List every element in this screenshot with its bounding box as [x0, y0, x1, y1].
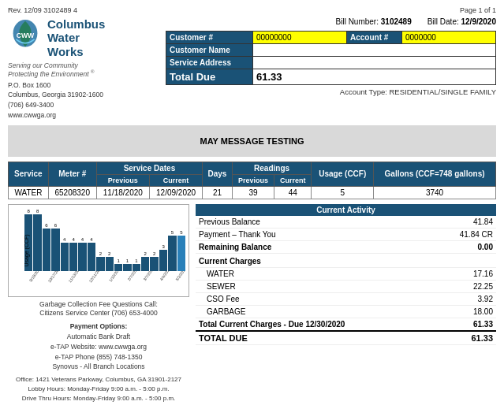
- remaining-balance-row: Remaining Balance 0.00: [196, 240, 496, 253]
- company-name: Columbus Water Works: [47, 17, 105, 58]
- account-value: 0000000: [402, 32, 496, 44]
- chart-x-labels: 9/19/201810/17/201811/13/201812/11/20181…: [24, 271, 185, 295]
- chart-wrapper: Usage (CCF) 886644442211122355 9/19/2018…: [8, 204, 189, 297]
- bar-rect: [33, 214, 41, 271]
- remaining-balance-value: 0.00: [434, 240, 496, 253]
- total-due-label: Total Due: [166, 69, 253, 85]
- col-days: Days: [203, 162, 232, 186]
- total-due-final-label: TOTAL DUE: [196, 331, 434, 345]
- activity-table: Previous Balance 41.84 Payment – Thank Y…: [196, 216, 496, 345]
- content-lower: Usage (CCF) 886644442211122355 9/19/2018…: [8, 204, 496, 404]
- bar-column: 5: [168, 230, 176, 271]
- bar-value-label: 1: [126, 258, 129, 263]
- bill-date-info: Bill Date: 12/9/2020: [427, 17, 496, 26]
- bar-column: 4: [61, 237, 69, 271]
- payment-value: 41.84 CR: [434, 228, 496, 240]
- meter-number: 65208320: [48, 186, 96, 199]
- bar-value-label: 4: [63, 237, 65, 242]
- bar-value-label: 6: [54, 223, 57, 228]
- logo-section: CWW Columbus Water Works Serving our Com…: [8, 17, 150, 121]
- prev-date: 11/18/2020: [96, 186, 149, 199]
- bar-column: 4: [88, 237, 95, 271]
- prev-balance-value: 41.84: [434, 216, 496, 229]
- bar-value-label: 2: [144, 251, 147, 256]
- message-banner: MAY MESSAGE TESTING: [8, 125, 496, 157]
- previous-balance-row: Previous Balance 41.84: [196, 216, 496, 229]
- bar-value-label: 4: [81, 237, 84, 242]
- payment-option: Automatic Bank Draft: [8, 332, 189, 342]
- bar-rect: [78, 243, 86, 271]
- garbage-note: Garbage Collection Fee Questions Call: C…: [8, 300, 189, 319]
- bar-value-label: 5: [180, 230, 182, 235]
- service-address-value: [253, 57, 496, 69]
- company-address: P.O. Box 1600 Columbus, Georgia 31902-16…: [8, 80, 103, 121]
- bar-rect: [133, 264, 140, 271]
- bar-rect: [159, 250, 167, 271]
- bar-rect: [177, 236, 185, 271]
- days-count: 21: [203, 186, 232, 199]
- tagline: Serving our Community Protecting the Env…: [8, 61, 94, 78]
- total-current-charges-row: Total Current Charges - Due 12/30/2020 6…: [196, 318, 496, 331]
- bar-value-label: 2: [153, 251, 155, 256]
- bar-rect: [43, 229, 50, 271]
- curr-date: 12/09/2020: [149, 186, 202, 199]
- service-name: WATER: [9, 186, 49, 199]
- payment-option: e-TAP Phone (855) 748-1350: [8, 352, 189, 362]
- charge-label: SEWER: [196, 280, 434, 292]
- bar-rect: [88, 243, 95, 271]
- bar-column: 5: [177, 230, 185, 271]
- bar-column: 1: [114, 258, 122, 271]
- payment-label: Payment – Thank You: [196, 228, 434, 240]
- bar-column: 2: [150, 251, 158, 271]
- charge-label: CSO Fee: [196, 292, 434, 305]
- col-service: Service: [9, 162, 49, 186]
- col-prev-reading: Previous: [232, 174, 274, 186]
- bar-rect: [123, 264, 131, 271]
- service-row: WATER 65208320 11/18/2020 12/09/2020 21 …: [9, 186, 496, 199]
- chart-bars: 886644442211122355: [24, 208, 185, 271]
- col-gallons: Gallons (CCF=748 gallons): [374, 162, 496, 186]
- charge-row: SEWER22.25: [196, 280, 496, 292]
- payment-options-list: Automatic Bank Drafte-TAP Website: www.c…: [8, 332, 189, 372]
- bar-rect: [114, 264, 122, 271]
- current-charges-header: Current Charges: [196, 253, 496, 267]
- page-info: Page 1 of 1: [460, 6, 496, 14]
- bar-column: 2: [141, 251, 149, 271]
- total-charges-value: 61.33: [434, 318, 496, 331]
- bar-rect: [106, 257, 114, 271]
- logo-icon: CWW: [8, 18, 43, 58]
- bill-header-row: Bill Number: 3102489 Bill Date: 12/9/202…: [166, 17, 496, 26]
- charge-value: 3.92: [434, 292, 496, 305]
- usage-ccf: 5: [312, 186, 374, 199]
- col-curr-date: Current: [149, 174, 202, 186]
- total-due-value: 61.33: [253, 69, 496, 85]
- header-section: CWW Columbus Water Works Serving our Com…: [8, 17, 496, 121]
- bar-value-label: 6: [45, 223, 47, 228]
- bar-column: 6: [43, 223, 50, 271]
- customer-num-value: 00000000: [253, 32, 347, 44]
- bar-value-label: 4: [72, 237, 74, 242]
- bar-value-label: 8: [28, 209, 30, 214]
- svg-text:CWW: CWW: [17, 32, 35, 39]
- service-table: Service Meter # Service Dates Days Readi…: [8, 162, 496, 199]
- activity-section: Current Activity Previous Balance 41.84 …: [196, 204, 496, 404]
- bar-rect: [69, 243, 77, 271]
- chart-section: Usage (CCF) 886644442211122355 9/19/2018…: [8, 204, 189, 404]
- customer-num-label: Customer #: [166, 32, 253, 44]
- bar-rect: [141, 257, 149, 271]
- bar-value-label: 1: [117, 258, 119, 263]
- logo-graphic: CWW Columbus Water Works: [8, 17, 105, 58]
- page: Rev. 12/09 3102489 4 Page 1 of 1 CWW Col…: [0, 0, 504, 410]
- charge-row: CSO Fee3.92: [196, 292, 496, 305]
- customer-name-value: [253, 44, 496, 57]
- payment-option: Synovus - All Branch Locations: [8, 362, 189, 372]
- gallons: 3740: [374, 186, 496, 199]
- charge-value: 22.25: [434, 280, 496, 292]
- chart-y-axis-label: Usage (CCF): [24, 234, 29, 266]
- account-label: Account #: [347, 32, 402, 44]
- payment-info: Payment Options: Automatic Bank Drafte-T…: [8, 322, 189, 372]
- service-address-label: Service Address: [166, 57, 253, 69]
- bar-column: 4: [69, 237, 77, 271]
- bar-column: 8: [33, 209, 41, 271]
- bar-value-label: 2: [108, 251, 110, 256]
